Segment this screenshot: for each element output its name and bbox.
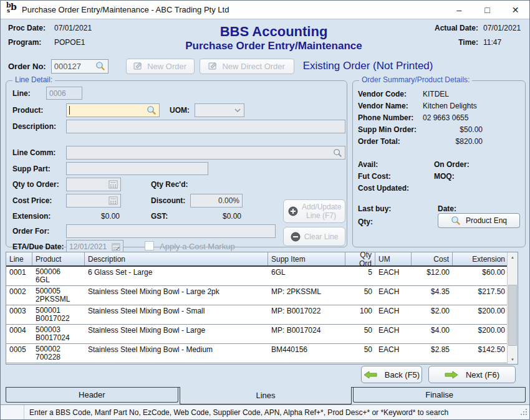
scrollbar-thumb[interactable] <box>508 285 517 346</box>
date-label: Date: <box>438 204 456 213</box>
gst-label: GST: <box>151 212 168 221</box>
order-summary-legend: Order Summary/Product Details: <box>359 75 472 84</box>
col-header-product[interactable]: Product <box>32 252 85 265</box>
calculator-icon[interactable] <box>108 196 118 205</box>
new-direct-order-button[interactable]: New Direct Order <box>200 59 294 74</box>
cell-cost: $2.85 <box>412 344 453 363</box>
cell-product: 5000066GL <box>32 267 85 285</box>
col-header-description[interactable]: Description <box>85 252 268 265</box>
supp-min-order-label: Supp Min Order: <box>358 125 417 134</box>
tab-finalise[interactable]: Finalise <box>353 388 526 403</box>
chevron-down-icon <box>234 108 241 112</box>
line-comm-search-icon[interactable] <box>333 148 342 158</box>
order-total-label: Order Total: <box>358 137 400 146</box>
table-row[interactable]: 0003 500001B0017022 Stainless Steel Mixi… <box>6 305 518 325</box>
scroll-up-icon[interactable]: ▲ <box>508 252 518 262</box>
col-header-line[interactable]: Line <box>6 252 32 265</box>
close-button[interactable]: ✕ <box>501 1 529 19</box>
arrow-left-icon <box>364 371 377 379</box>
order-total-value: $820.00 <box>423 137 483 146</box>
table-row[interactable]: 0001 5000066GL 6 Glass Set - Large 6GL 5… <box>6 267 518 286</box>
discount-field[interactable]: 0.00% <box>190 194 243 208</box>
cell-line: 0004 <box>6 325 32 343</box>
minimize-button[interactable]: – <box>445 1 473 19</box>
cell-cost: $4.35 <box>412 286 453 305</box>
cell-extension: $217.50 <box>453 286 508 305</box>
col-header-supp-item[interactable]: Supp Item <box>268 252 345 265</box>
arrow-right-icon <box>445 371 458 379</box>
eta-due-date-value: 12/01/2021 <box>69 242 107 251</box>
product-search-icon[interactable] <box>147 105 157 115</box>
product-enq-button[interactable]: Product Enq <box>438 213 520 228</box>
window-title: Purchase Order Entry/Maintenance - ABC T… <box>22 5 229 14</box>
next-button[interactable]: Next (F6) <box>428 366 516 383</box>
description-field[interactable] <box>66 120 345 133</box>
maximize-button[interactable]: □ <box>473 1 501 19</box>
new-order-button[interactable]: New Order <box>126 59 195 74</box>
cell-extension: $200.00 <box>453 305 508 324</box>
table-row[interactable]: 0005 500002700228 Stainless Steel Mixing… <box>6 344 518 363</box>
last-buy-label: Last buy: <box>358 204 391 213</box>
line-comm-field[interactable] <box>66 146 345 160</box>
add-update-line-button[interactable]: Add/Update Line (F7) <box>283 199 345 223</box>
line-comm-label: Line Comm: <box>12 148 55 157</box>
table-scrollbar[interactable]: ▲ ▼ <box>507 252 518 364</box>
cell-supp-item: 6GL <box>268 267 345 285</box>
cell-qty-ord: 50 <box>345 286 375 305</box>
cell-qty-ord: 100 <box>345 305 375 324</box>
status-bar: Enter a BBS Code, Manf Part No, EzCode, … <box>1 404 529 419</box>
resize-grip[interactable] <box>519 408 528 417</box>
back-button[interactable]: Back (F5) <box>361 366 422 383</box>
order-search-icon[interactable] <box>95 61 105 71</box>
moq-label: MOQ: <box>434 172 455 181</box>
tab-lines[interactable]: Lines <box>180 387 352 405</box>
time-value: 11:47 <box>478 38 522 47</box>
back-label: Back (F5) <box>385 370 420 379</box>
col-header-cost[interactable]: Cost <box>412 252 453 265</box>
cost-price-field[interactable] <box>66 194 121 208</box>
cell-description: Stainless Steel Mixing Bowl - Small <box>85 305 268 324</box>
order-summary-group: Order Summary/Product Details: Vendor Co… <box>352 80 526 247</box>
product-input[interactable] <box>66 103 160 117</box>
order-no-label: Order No: <box>8 62 46 71</box>
col-header-extension[interactable]: Extension <box>453 252 508 265</box>
supp-part-field[interactable] <box>66 162 208 175</box>
cell-description: 6 Glass Set - Large <box>85 267 268 285</box>
order-no-input[interactable]: 000127 <box>51 59 108 74</box>
app-title: BBS Accounting <box>144 24 403 40</box>
extension-label: Extension: <box>12 212 51 221</box>
new-order-icon <box>133 62 143 70</box>
time-label: Time: <box>458 38 478 47</box>
tab-header[interactable]: Header <box>6 388 178 403</box>
calendar-icon[interactable] <box>112 243 120 251</box>
table-row[interactable]: 0002 5000052PKSSML Stainless Steel Mixin… <box>6 286 518 305</box>
cell-cost: $2.00 <box>412 305 453 324</box>
qty-to-order-field[interactable] <box>66 178 121 191</box>
line-detail-legend: Line Detail: <box>12 75 55 84</box>
clear-line-button[interactable]: Clear Line <box>283 227 345 246</box>
col-header-qty-ord[interactable]: Qty Ord <box>345 252 375 265</box>
apply-cost-markup-checkbox[interactable] <box>145 241 154 251</box>
product-enq-label: Product Enq <box>466 216 507 225</box>
actual-date-value: 07/01/2021 <box>478 24 522 32</box>
cell-um: EACH <box>375 305 412 324</box>
vendor-code-value: KITDEL <box>423 90 449 98</box>
cell-cost: $4.00 <box>412 325 453 343</box>
qty-label: Qty: <box>358 217 373 226</box>
fut-cost-label: Fut Cost: <box>358 172 391 181</box>
table-row[interactable]: 0004 500003B0017024 Stainless Steel Mixi… <box>6 325 518 344</box>
col-header-um[interactable]: UM <box>375 252 412 265</box>
program-value: POPOE1 <box>54 38 85 47</box>
cost-updated-label: Cost Updated: <box>358 184 409 193</box>
order-for-label: Order For: <box>12 227 49 236</box>
cell-supp-item: MP: B0017022 <box>268 305 345 324</box>
supp-part-label: Supp Part: <box>12 165 51 173</box>
scroll-down-icon[interactable]: ▼ <box>508 355 518 364</box>
uom-dropdown[interactable] <box>195 103 244 117</box>
next-label: Next (F6) <box>466 370 499 379</box>
text-cursor <box>69 106 70 115</box>
new-order-label: New Order <box>147 62 186 71</box>
calculator-icon[interactable] <box>108 180 118 189</box>
header-band: Proc Date:07/01/2021 Program:POPOE1 BBS … <box>1 20 529 55</box>
order-for-field[interactable] <box>66 224 276 238</box>
